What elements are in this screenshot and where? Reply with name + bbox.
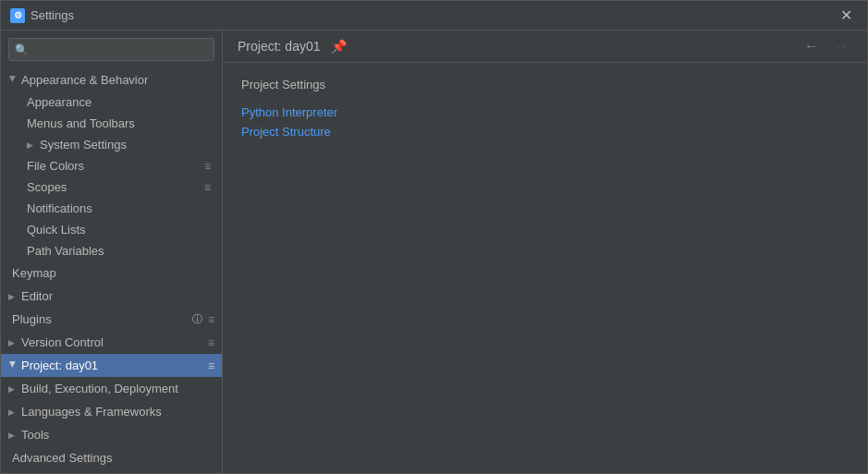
sidebar-item-build-exec-deploy[interactable]: ▶ Build, Execution, Deployment xyxy=(1,377,222,400)
search-box: 🔍 xyxy=(8,38,214,61)
sidebar-item-menus-toolbars[interactable]: Menus and Toolbars xyxy=(1,113,222,134)
sidebar-item-project-day01[interactable]: ▶ Project: day01 ≡ xyxy=(1,354,222,377)
chevron-icon: ▶ xyxy=(8,76,18,85)
pin-icon[interactable]: 📌 xyxy=(331,39,347,54)
panel-header: Project: day01 📌 ← → xyxy=(223,30,867,63)
sidebar-item-system-settings[interactable]: ▶ System Settings xyxy=(1,134,222,155)
back-arrow[interactable]: ← xyxy=(801,38,823,55)
sidebar-item-label: Build, Execution, Deployment xyxy=(21,382,214,395)
project-structure-link[interactable]: Project Structure xyxy=(241,122,849,141)
sidebar-item-version-control[interactable]: ▶ Version Control ≡ xyxy=(1,331,222,354)
menu-icon: ≡ xyxy=(204,160,211,173)
sidebar-item-plugins[interactable]: Plugins ⓘ ≡ xyxy=(1,308,222,331)
titlebar: ⚙ Settings ✕ xyxy=(1,1,867,30)
section-title: Project Settings xyxy=(241,78,849,91)
sidebar-item-tools[interactable]: ▶ Tools xyxy=(1,423,222,446)
plugins-badge: ⓘ xyxy=(192,312,202,326)
panel-title: Project: day01 📌 xyxy=(238,39,801,54)
sidebar-item-scopes[interactable]: Scopes ≡ xyxy=(1,176,222,198)
menu-icon: ≡ xyxy=(208,313,214,326)
python-interpreter-link[interactable]: Python Interpreter xyxy=(241,103,849,122)
sidebar-item-label: Appearance xyxy=(27,95,211,109)
main-content: 🔍 ▶ Appearance & Behavior Appearance Men… xyxy=(1,30,867,473)
sidebar-item-notifications[interactable]: Notifications xyxy=(1,198,222,219)
sidebar-item-label: Version Control xyxy=(21,335,204,349)
sidebar-item-label: Quick Lists xyxy=(27,223,211,237)
chevron-icon: ▶ xyxy=(8,431,18,440)
sidebar-navigation: ▶ Appearance & Behavior Appearance Menus… xyxy=(1,68,222,473)
sidebar-item-languages-frameworks[interactable]: ▶ Languages & Frameworks xyxy=(1,400,222,423)
app-icon: ⚙ xyxy=(10,8,25,23)
sidebar-item-label: Tools xyxy=(21,428,214,442)
sidebar-item-label: Scopes xyxy=(27,180,201,194)
sidebar-item-advanced-settings[interactable]: Advanced Settings xyxy=(1,446,222,469)
sidebar-item-file-colors[interactable]: File Colors ≡ xyxy=(1,155,222,176)
sidebar-item-label: Project: day01 xyxy=(21,359,204,372)
settings-window: ⚙ Settings ✕ 🔍 ▶ Appearance & Behavior A… xyxy=(0,0,868,474)
sidebar-item-label: Editor xyxy=(21,289,214,303)
panel-content: Project Settings Python Interpreter Proj… xyxy=(223,63,867,473)
chevron-icon: ▶ xyxy=(8,384,18,394)
chevron-icon: ▶ xyxy=(8,338,18,347)
sidebar-item-label: Path Variables xyxy=(27,244,211,258)
sidebar-item-label: File Colors xyxy=(27,159,201,173)
chevron-icon: ▶ xyxy=(8,292,18,301)
sidebar-item-label: Menus and Toolbars xyxy=(27,116,211,130)
sidebar-item-path-variables[interactable]: Path Variables xyxy=(1,240,222,261)
sidebar-item-appearance[interactable]: Appearance xyxy=(1,91,222,113)
navigation-arrows: ← → xyxy=(801,38,852,55)
panel-title-text: Project: day01 xyxy=(238,39,321,54)
sidebar-item-label: Advanced Settings xyxy=(12,451,214,465)
menu-icon: ≡ xyxy=(204,181,211,194)
sidebar-item-label: Notifications xyxy=(27,201,211,215)
sidebar-item-appearance-behavior[interactable]: ▶ Appearance & Behavior xyxy=(1,68,222,91)
sidebar-item-label: Plugins xyxy=(12,312,192,326)
sidebar-item-label: System Settings xyxy=(40,138,211,152)
forward-arrow[interactable]: → xyxy=(830,38,852,55)
close-button[interactable]: ✕ xyxy=(835,5,858,26)
window-title: Settings xyxy=(31,8,835,22)
sidebar-item-label: Appearance & Behavior xyxy=(21,73,214,87)
right-panel: Project: day01 📌 ← → Project Settings Py… xyxy=(223,30,867,473)
sidebar-item-label: Languages & Frameworks xyxy=(21,405,214,419)
sidebar: 🔍 ▶ Appearance & Behavior Appearance Men… xyxy=(1,30,223,473)
menu-icon: ≡ xyxy=(208,336,214,349)
sidebar-item-keymap[interactable]: Keymap xyxy=(1,261,222,285)
sidebar-item-quick-lists[interactable]: Quick Lists xyxy=(1,219,222,240)
menu-icon: ≡ xyxy=(208,359,214,372)
sidebar-item-editor[interactable]: ▶ Editor xyxy=(1,285,222,308)
search-icon: 🔍 xyxy=(15,43,29,56)
chevron-icon: ▶ xyxy=(27,140,36,150)
chevron-icon: ▶ xyxy=(8,407,18,417)
chevron-icon: ▶ xyxy=(8,361,18,371)
search-input[interactable] xyxy=(32,43,208,56)
sidebar-item-label: Keymap xyxy=(12,266,214,280)
